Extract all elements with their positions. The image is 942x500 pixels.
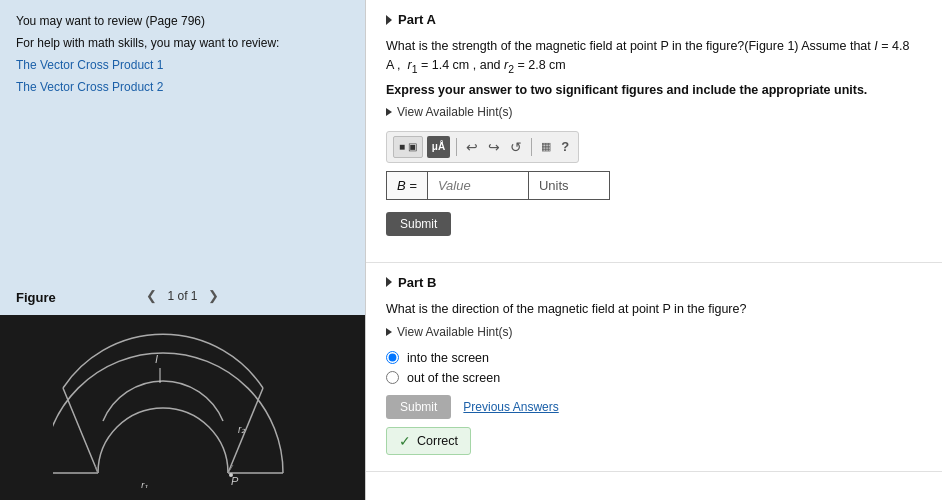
link-vector-cross-2[interactable]: The Vector Cross Product 2: [16, 80, 349, 94]
part-b-section: Part B What is the direction of the magn…: [366, 263, 942, 472]
part-a-submit-btn[interactable]: Submit: [386, 212, 451, 236]
figure-prev-btn[interactable]: ❮: [142, 286, 161, 305]
figure-nav-text: 1 of 1: [167, 289, 197, 303]
answer-value-input[interactable]: [428, 172, 528, 199]
part-a-triangle-icon: [386, 15, 392, 25]
part-b-header: Part B: [386, 275, 922, 290]
radio-out-of-screen-input[interactable]: [386, 371, 399, 384]
part-a-header: Part A: [386, 12, 922, 27]
toolbar-redo-icon[interactable]: ↪: [485, 139, 503, 155]
radio-out-of-screen: out of the screen: [386, 371, 922, 385]
figure-svg: P r₁ r₂ I ☞: [53, 328, 313, 488]
svg-text:P: P: [231, 475, 239, 487]
answer-row: B = Units: [386, 171, 610, 200]
radio-into-screen-input[interactable]: [386, 351, 399, 364]
toolbar-refresh-icon[interactable]: ↺: [507, 139, 525, 155]
toolbar-ua-btn[interactable]: μÅ: [427, 136, 450, 158]
part-b-hints-triangle-icon: [386, 328, 392, 336]
correct-badge: ✓ Correct: [386, 427, 471, 455]
correct-check-icon: ✓: [399, 433, 411, 449]
part-b-hints-toggle[interactable]: View Available Hint(s): [386, 325, 922, 339]
svg-text:r₁: r₁: [141, 480, 148, 488]
figure-next-btn[interactable]: ❯: [204, 286, 223, 305]
part-b-submit-row: Submit Previous Answers: [386, 395, 922, 419]
part-b-submit-btn[interactable]: Submit: [386, 395, 451, 419]
svg-text:r₂: r₂: [238, 424, 246, 435]
toolbar-undo-icon[interactable]: ↩: [463, 139, 481, 155]
part-a-section: Part A What is the strength of the magne…: [366, 0, 942, 263]
link-vector-cross-1[interactable]: The Vector Cross Product 1: [16, 58, 349, 72]
answer-units-box[interactable]: Units: [528, 172, 609, 199]
toolbar-help-icon[interactable]: ?: [558, 139, 572, 154]
part-a-hints-label: View Available Hint(s): [397, 105, 513, 119]
part-b-hints-label: View Available Hint(s): [397, 325, 513, 339]
toolbar-separator-1: [456, 138, 457, 156]
figure-area: P r₁ r₂ I ☞: [0, 315, 365, 500]
radio-into-screen: into the screen: [386, 351, 922, 365]
svg-line-3: [228, 388, 263, 473]
svg-text:I: I: [155, 353, 158, 365]
part-a-hints-toggle[interactable]: View Available Hint(s): [386, 105, 922, 119]
part-a-toolbar: ■ ▣ μÅ ↩ ↪ ↺ ▦ ?: [386, 131, 579, 163]
part-b-triangle-icon: [386, 277, 392, 287]
toolbar-separator-2: [531, 138, 532, 156]
correct-label: Correct: [417, 434, 458, 448]
part-a-question: What is the strength of the magnetic fie…: [386, 37, 922, 77]
part-b-question: What is the direction of the magnetic fi…: [386, 300, 922, 319]
toolbar-extra-icon[interactable]: ▦: [538, 140, 554, 153]
part-b-title: Part B: [398, 275, 436, 290]
prev-answers-link[interactable]: Previous Answers: [463, 400, 558, 414]
part-a-instruction: Express your answer to two significant f…: [386, 83, 922, 97]
radio-into-screen-label: into the screen: [407, 351, 489, 365]
figure-nav: ❮ 1 of 1 ❯: [142, 286, 222, 305]
left-panel: You may want to review (Page 796) For he…: [0, 0, 365, 500]
svg-line-2: [63, 388, 98, 473]
figure-label: Figure: [16, 290, 56, 305]
hints-triangle-icon: [386, 108, 392, 116]
svg-point-5: [229, 473, 233, 477]
right-panel: Part A What is the strength of the magne…: [365, 0, 942, 500]
part-a-title: Part A: [398, 12, 436, 27]
toolbar-matrix-btn[interactable]: ■ ▣: [393, 136, 423, 158]
help-text: For help with math skills, you may want …: [16, 36, 349, 50]
review-text: You may want to review (Page 796): [16, 14, 349, 28]
answer-b-label: B =: [387, 172, 428, 199]
radio-out-of-screen-label: out of the screen: [407, 371, 500, 385]
